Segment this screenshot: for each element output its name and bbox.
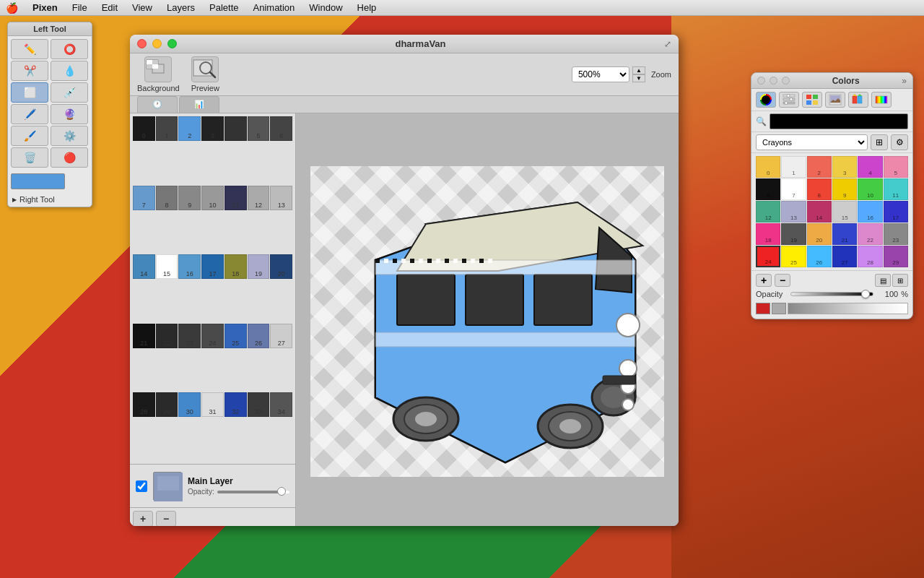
color-swatch[interactable]: 18: [756, 223, 780, 245]
palette-cell[interactable]: 23: [178, 324, 201, 348]
palette-cell[interactable]: 17: [201, 254, 224, 279]
rect-select-tool[interactable]: ⬜: [11, 82, 48, 103]
colors-settings-btn[interactable]: ⚙: [891, 134, 908, 150]
color-crayon-btn[interactable]: [848, 92, 868, 108]
color-swatch[interactable]: 6: [756, 178, 780, 200]
pen-tool[interactable]: 🖊️: [11, 104, 48, 124]
drawing-area[interactable]: [296, 113, 679, 526]
palette-cell[interactable]: 33: [248, 392, 270, 417]
color-swatch[interactable]: 15: [832, 201, 857, 223]
zoom-up-button[interactable]: ▲: [632, 66, 645, 74]
palette-cell[interactable]: 4: [225, 116, 247, 141]
color-swatch[interactable]: 3: [832, 156, 857, 178]
brush-tool[interactable]: 🗑️: [11, 147, 48, 168]
color-swatch[interactable]: 11: [884, 178, 908, 200]
color-swatch[interactable]: 29: [884, 246, 908, 267]
eyedropper-tool[interactable]: 🔮: [51, 104, 88, 124]
layer-visibility-checkbox[interactable]: [136, 480, 147, 492]
pencil-tool[interactable]: ✏️: [11, 39, 48, 59]
tab-history[interactable]: 🕐: [137, 96, 178, 113]
palette-cell[interactable]: 13: [270, 186, 292, 210]
palette-cell[interactable]: 2: [178, 116, 201, 141]
smudge-tool[interactable]: 🖌️: [11, 126, 48, 146]
palette-cell[interactable]: 21: [133, 324, 155, 348]
color-swatch[interactable]: 14: [807, 201, 832, 223]
menu-file[interactable]: File: [66, 1, 93, 14]
palette-cell[interactable]: 14: [133, 254, 155, 279]
palette-cell[interactable]: 25: [225, 324, 247, 348]
color-swatch[interactable]: 5: [884, 156, 908, 178]
color-swatch[interactable]: 7: [781, 178, 806, 200]
maximize-button[interactable]: [167, 39, 177, 48]
transform-tool[interactable]: ⚙️: [51, 126, 88, 146]
colors-grid-btn[interactable]: ⊞: [871, 134, 888, 150]
palette-cell[interactable]: 8: [156, 186, 178, 210]
add-color-button[interactable]: +: [756, 274, 772, 287]
color-image-btn[interactable]: [825, 92, 845, 108]
color-swatch[interactable]: 21: [832, 223, 857, 245]
zoom-select[interactable]: 500% 400% 300% 200% 100%: [572, 66, 629, 82]
palette-cell[interactable]: 7: [133, 186, 155, 210]
palette-cell[interactable]: 12: [248, 186, 270, 210]
palette-cell[interactable]: 3: [201, 116, 224, 141]
color-swatch[interactable]: 17: [884, 201, 908, 223]
magic-wand-tool[interactable]: 💧: [51, 61, 88, 81]
colors-grid-view-btn[interactable]: ⊞: [892, 274, 908, 287]
color-swatch[interactable]: 1: [781, 156, 806, 178]
expand-button[interactable]: ⤢: [664, 39, 671, 49]
remove-layer-button[interactable]: −: [156, 511, 176, 526]
palette-cell[interactable]: 1: [156, 116, 178, 141]
palette-cell[interactable]: 26: [248, 324, 270, 348]
palette-cell[interactable]: 27: [270, 324, 292, 348]
colors-maximize[interactable]: [782, 77, 790, 85]
menu-layers[interactable]: Layers: [161, 1, 201, 14]
add-layer-button[interactable]: +: [133, 511, 153, 526]
menu-animation[interactable]: Animation: [248, 1, 301, 14]
color-swatch[interactable]: 26: [807, 246, 832, 267]
palette-cell[interactable]: 5: [248, 116, 270, 141]
color-sliders-btn[interactable]: [779, 92, 799, 108]
color-swatch[interactable]: 20: [807, 223, 832, 245]
color-swatch[interactable]: 12: [756, 201, 780, 223]
color-swatch[interactable]: 19: [781, 223, 806, 245]
apple-menu[interactable]: 🍎: [6, 2, 18, 14]
color-wheel-btn[interactable]: [756, 92, 776, 108]
colors-close[interactable]: [757, 77, 765, 85]
color-swatch[interactable]: 16: [858, 201, 882, 223]
background-tool[interactable]: Background: [137, 56, 180, 92]
menu-window[interactable]: Window: [303, 1, 348, 14]
palette-cell[interactable]: 11: [225, 186, 247, 210]
colors-minimize[interactable]: [770, 77, 777, 85]
minimize-button[interactable]: [152, 39, 162, 48]
palette-cell[interactable]: 29: [156, 392, 178, 417]
color-palette-btn[interactable]: [802, 92, 822, 108]
palette-cell[interactable]: 15: [156, 254, 178, 279]
right-tool-label[interactable]: Right Tool: [8, 192, 92, 207]
palette-cell[interactable]: 19: [248, 254, 270, 279]
colors-expand-button[interactable]: »: [902, 76, 907, 86]
palette-cell[interactable]: 28: [133, 392, 155, 417]
remove-color-button[interactable]: −: [775, 274, 790, 287]
opacity-slider[interactable]: [790, 292, 873, 296]
tab-stats[interactable]: 📊: [179, 96, 219, 113]
color-swatch[interactable]: 22: [858, 223, 882, 245]
palette-cell[interactable]: 6: [270, 116, 292, 141]
background-color-box[interactable]: [772, 303, 786, 314]
palette-cell[interactable]: 18: [225, 254, 247, 279]
color-swatch[interactable]: 4: [858, 156, 882, 178]
color-swatch[interactable]: 9: [832, 178, 857, 200]
color-swatch[interactable]: 23: [884, 223, 908, 245]
zoom-down-button[interactable]: ▼: [632, 74, 645, 82]
palette-cell[interactable]: 30: [178, 392, 201, 417]
color-swatch[interactable]: 27: [832, 246, 857, 267]
palette-cell[interactable]: 24: [201, 324, 224, 348]
palette-cell[interactable]: 22: [156, 324, 178, 348]
menu-view[interactable]: View: [126, 1, 158, 14]
color-swatch[interactable]: 13: [781, 201, 806, 223]
colors-list-view-btn[interactable]: ▤: [875, 274, 891, 287]
palette-cell[interactable]: 9: [178, 186, 201, 210]
palette-cell[interactable]: 10: [201, 186, 224, 210]
fill-tool[interactable]: 💉: [51, 82, 88, 103]
palette-cell[interactable]: 20: [270, 254, 292, 279]
color-swatch[interactable]: 2: [807, 156, 832, 178]
